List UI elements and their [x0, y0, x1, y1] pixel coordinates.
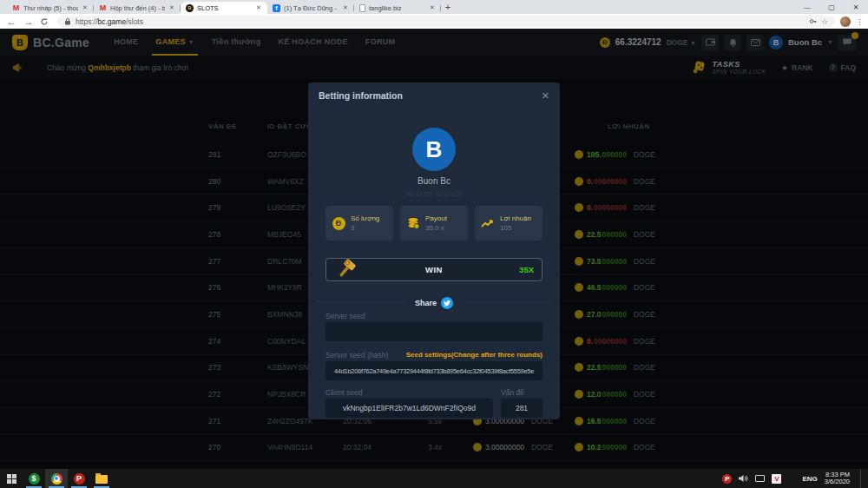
address-bar[interactable]: https://bc.game/slots ☆ — [57, 16, 835, 27]
chrome-icon — [51, 473, 62, 485]
server-seed-label: Server seed — [326, 312, 365, 320]
page-icon — [359, 4, 365, 12]
back-icon[interactable]: ← — [5, 16, 17, 28]
url-host: bc.game — [98, 17, 127, 26]
stat-payout: Payout35.0 x — [400, 206, 468, 241]
taskbar: $ P P V ENG 8:33 PM 3/6/2020 — [0, 469, 868, 488]
tray-volume[interactable] — [739, 474, 748, 483]
share-chip: Share — [408, 297, 460, 309]
server-seed-hash-input[interactable]: 44d1b206f762a749e4a77329444f8fd733b895e6… — [326, 361, 542, 380]
modal-title: Betting information — [319, 90, 403, 101]
bet-timestamp: 20:32:50, 6/3/2020 — [308, 190, 560, 198]
tab-close-icon[interactable]: ✕ — [168, 4, 175, 11]
screen: M Thư nháp (5) - thoai14071997@ ✕ M Hộp … — [0, 0, 868, 488]
stat-label: Lợi nhuận — [500, 214, 531, 222]
modal-header: Betting information ✕ — [308, 82, 560, 101]
money-app-icon: $ — [29, 473, 40, 485]
bcgame-page: B BC.Game HOME GAMES ▼ Tiền thưởng KẾ HO… — [0, 29, 868, 469]
browser-profile-avatar[interactable] — [840, 16, 851, 27]
clock-date: 3/6/2020 — [825, 478, 850, 486]
reload-icon[interactable] — [40, 17, 52, 26]
stat-profit: Lợi nhuận105 — [475, 206, 542, 241]
folder-icon — [95, 475, 108, 484]
tab-slots-active[interactable]: B SLOTS ✕ — [181, 2, 267, 14]
tab-close-icon[interactable]: ✕ — [255, 4, 262, 11]
tab-title: SLOTS — [197, 4, 252, 12]
window-controls: — ▢ ✕ — [795, 0, 868, 14]
p-app-icon: P — [74, 473, 85, 485]
network-icon — [755, 475, 765, 482]
facebook-icon: f — [273, 4, 280, 12]
nonce-input[interactable]: 281 — [501, 399, 542, 418]
maximize-button[interactable]: ▢ — [819, 0, 844, 14]
tray-network[interactable] — [755, 475, 765, 482]
forward-icon[interactable]: → — [23, 16, 35, 28]
share-label: Share — [415, 299, 437, 307]
server-seed-hash-label: Server seed (hash) — [326, 351, 388, 359]
result-bar: WIN 35X — [326, 258, 542, 281]
result-label: WIN — [326, 265, 542, 274]
url-text: https://bc.game/slots — [76, 17, 805, 26]
browser-menu-icon[interactable]: ⋮ — [856, 17, 863, 26]
tab-title: Hộp thư đến (4) - bcgamebount — [110, 4, 165, 12]
minimize-button[interactable]: — — [795, 0, 819, 14]
start-button[interactable] — [0, 469, 23, 488]
gmail-icon: M — [12, 4, 20, 12]
tab-gmail-inbox[interactable]: M Hộp thư đến (4) - bcgamebount ✕ — [94, 2, 181, 14]
player-avatar: B — [412, 128, 456, 171]
twitter-icon[interactable] — [441, 297, 453, 309]
tab-close-icon[interactable]: ✕ — [342, 4, 349, 11]
player-name: Buon Bc — [308, 176, 560, 186]
client-seed-input[interactable]: vkNngbp1ElIFR2b7w1Ld6DWnF2fIQo9d — [326, 399, 493, 418]
new-tab-button[interactable]: + — [441, 2, 455, 14]
coins-stack-icon — [406, 217, 420, 229]
url-path: /slots — [126, 17, 143, 26]
windows-icon — [7, 474, 16, 484]
p-app-icon: P — [722, 474, 732, 484]
taskbar-money-app[interactable]: $ — [23, 469, 45, 488]
tab-title: Thư nháp (5) - thoai14071997@ — [23, 4, 78, 12]
stat-label: Số lượng — [351, 214, 379, 222]
stat-value: 105 — [500, 224, 531, 232]
bookmark-star-icon[interactable]: ☆ — [821, 17, 828, 26]
tab-close-icon[interactable]: ✕ — [429, 4, 436, 11]
language-indicator[interactable]: ENG — [802, 475, 817, 483]
result-multiplier: 35X — [519, 265, 534, 274]
seed-settings-link[interactable]: Seed settings(Change after three rounds) — [406, 351, 542, 359]
share-row: Share — [308, 293, 560, 309]
stat-amount: Ð Số lượng3 — [326, 206, 393, 241]
taskbar-chrome[interactable] — [45, 469, 68, 488]
v-app-icon: V — [772, 474, 781, 484]
taskbar-p-app[interactable]: P — [68, 469, 90, 488]
tab-tanglike[interactable]: tanglike.biz ✕ — [354, 2, 441, 14]
tab-gmail-drafts[interactable]: M Thư nháp (5) - thoai14071997@ ✕ — [7, 2, 94, 14]
modal-close-icon[interactable]: ✕ — [542, 91, 549, 100]
stat-label: Payout — [425, 214, 447, 222]
system-tray: P V ENG 8:33 PM 3/6/2020 — [722, 469, 868, 488]
bcgame-favicon: B — [186, 4, 194, 12]
nonce-label: Vấn đề — [501, 388, 524, 397]
browser-toolbar: ← → https://bc.game/slots ☆ ⋮ — [0, 14, 868, 29]
tray-p-app[interactable]: P — [722, 474, 732, 484]
browser-tabstrip: M Thư nháp (5) - thoai14071997@ ✕ M Hộp … — [0, 0, 868, 14]
server-seed-input[interactable] — [326, 322, 542, 341]
tab-facebook[interactable]: f (1) Tạ Đức Dũng - Bông Thanh N ✕ — [267, 2, 354, 14]
key-icon[interactable] — [809, 17, 817, 25]
stat-value: 3 — [351, 224, 379, 232]
coin-icon: Ð — [332, 217, 345, 230]
trend-up-icon — [481, 218, 495, 228]
lock-icon — [64, 17, 71, 25]
show-desktop-button[interactable] — [860, 469, 863, 488]
stat-value: 35.0 x — [425, 224, 447, 232]
tab-title: (1) Tạ Đức Dũng - Bông Thanh N — [284, 4, 339, 12]
client-seed-label: Client seed — [326, 388, 363, 397]
url-scheme: https:// — [76, 17, 98, 26]
taskbar-file-explorer[interactable] — [90, 469, 113, 488]
gmail-icon: M — [99, 4, 107, 12]
bet-stats: Ð Số lượng3 Payout35.0 x Lợi nhuận105 — [326, 206, 542, 241]
taskbar-clock[interactable]: 8:33 PM 3/6/2020 — [825, 472, 853, 486]
tab-close-icon[interactable]: ✕ — [82, 4, 89, 11]
close-button[interactable]: ✕ — [844, 0, 868, 14]
tab-title: tanglike.biz — [369, 4, 425, 12]
tray-v-app[interactable]: V — [772, 474, 781, 484]
